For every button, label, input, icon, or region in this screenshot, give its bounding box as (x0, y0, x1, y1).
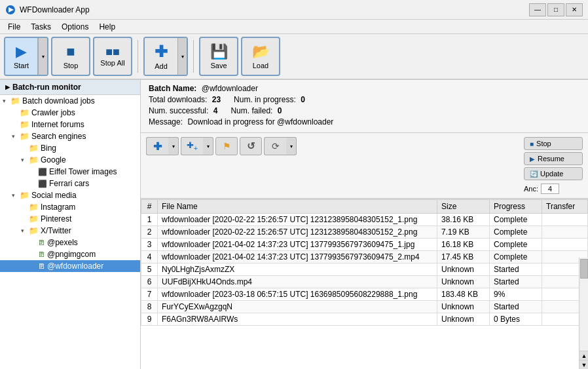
rotate-button[interactable]: ⟳ (264, 137, 286, 155)
update-ctrl-label: Update (540, 170, 563, 178)
add-url-icon: ✚ (153, 140, 162, 153)
load-label: Load (253, 62, 268, 69)
start-button-group: ▶ Start ▾ (4, 37, 48, 76)
cell-num: 2 (141, 226, 158, 239)
sidebar-label-pngimgcom: @pngimgcom (47, 250, 96, 259)
stop-all-button[interactable]: ■■ Stop All (93, 37, 132, 76)
menu-help[interactable]: Help (94, 21, 120, 33)
cell-progress: Started (490, 276, 542, 288)
table-row[interactable]: 4wfdownloader [2021-04-02 14:37:23 UTC] … (141, 251, 588, 263)
scrollbar-thumb[interactable] (580, 259, 588, 279)
sidebar-item-batch-jobs[interactable]: ▾📁Batch download jobs (0, 95, 140, 107)
flag-icon: ⚑ (223, 141, 231, 151)
scrollbar-up[interactable]: ▲ (579, 351, 588, 360)
table-row[interactable]: 2wfdownloader [2020-02-22 15:26:57 UTC] … (141, 226, 588, 239)
table-row[interactable]: 3wfdownloader [2021-04-02 14:37:23 UTC] … (141, 239, 588, 251)
sidebar-item-pngimgcom[interactable]: 🖹@pngimgcom (0, 248, 140, 260)
refresh-button[interactable]: ↺ (240, 137, 262, 155)
table-row[interactable]: 6UUFdBijXHkU4Onds.mp4UnknownStarted (141, 276, 588, 288)
flag-button[interactable]: ⚑ (215, 137, 238, 155)
sidebar-label-google: Google (41, 155, 66, 165)
cell-filename: UUFdBijXHkU4Onds.mp4 (158, 276, 437, 288)
col-header-transfer[interactable]: Transfer (542, 200, 588, 214)
sidebar-item-pinterest[interactable]: 📁Pinterest (0, 213, 140, 225)
sidebar-item-google[interactable]: ▾📁Google (0, 154, 140, 166)
maximize-button[interactable]: □ (547, 3, 564, 16)
folder-icon-eiffel-tower: ⬛ (38, 168, 47, 176)
menu-options[interactable]: Options (56, 21, 94, 33)
close-button[interactable]: ✕ (566, 3, 583, 16)
sidebar-label-x-twitter: X/Twitter (41, 226, 71, 235)
stop-icon: ■ (66, 43, 75, 60)
folder-icon-bing: 📁 (29, 144, 39, 153)
sidebar-item-x-twitter[interactable]: ▾📁X/Twitter (0, 225, 140, 237)
anc-input[interactable] (541, 184, 559, 194)
minimize-button[interactable]: — (529, 3, 546, 16)
sidebar-item-instagram[interactable]: 📁Instagram (0, 201, 140, 213)
scrollbar-track[interactable]: ▲ ▼ (579, 258, 588, 369)
save-button[interactable]: 💾 Save (199, 37, 238, 76)
load-button[interactable]: 📂 Load (241, 37, 280, 76)
start-label: Start (14, 62, 29, 69)
start-dropdown[interactable]: ▾ (38, 38, 47, 75)
rotate-dropdown[interactable]: ▾ (286, 137, 297, 155)
col-header-progress[interactable]: Progress (490, 200, 542, 214)
add-button[interactable]: ✚ Add (145, 38, 177, 75)
resume-ctrl-button[interactable]: ▶ Resume (524, 152, 583, 165)
sidebar-item-internet-forums[interactable]: 📁Internet forums (0, 119, 140, 130)
table-row[interactable]: 7wfdownloader [2023-03-18 06:57:15 UTC] … (141, 288, 588, 301)
sidebar-item-wfdownloader[interactable]: 🖹@wfdownloader (0, 260, 140, 272)
cell-filename: F6AGn3RW8AAIRWs (158, 313, 437, 326)
sidebar-item-crawler-jobs[interactable]: 📁Crawler jobs (0, 107, 140, 119)
table-row[interactable]: 8FurYCyEXwAgzgqNUnknownStarted (141, 301, 588, 313)
sidebar-item-pexels[interactable]: 🖹@pexels (0, 237, 140, 248)
col-header-size[interactable]: Size (437, 200, 490, 214)
col-header-num[interactable]: # (141, 200, 158, 214)
sidebar-item-eiffel-tower[interactable]: ⬛Eiffel Tower images (0, 166, 140, 178)
menu-tasks[interactable]: Tasks (26, 21, 56, 33)
cell-progress: Complete (490, 239, 542, 251)
resume-ctrl-label: Resume (538, 155, 564, 163)
sidebar-item-search-engines[interactable]: ▾📁Search engines (0, 130, 140, 142)
stop-ctrl-button[interactable]: ■ Stop (524, 137, 583, 150)
downloads-table: # File Name Size Progress Transfer 1wfdo… (141, 199, 588, 326)
cell-progress: 0 Bytes (490, 313, 542, 326)
add-dropdown[interactable]: ▾ (177, 38, 187, 75)
add-url-button[interactable]: ✚ (146, 137, 168, 155)
table-row[interactable]: 5Ny0LHghZjsAxmzZXUnknownStarted (141, 263, 588, 276)
cell-size: 16.18 KB (437, 239, 490, 251)
folder-icon-wfdownloader: 🖹 (38, 262, 45, 270)
table-row[interactable]: 9F6AGn3RW8AAIRWsUnknown0 Bytes (141, 313, 588, 326)
add-url-dropdown[interactable]: ▾ (168, 137, 179, 155)
scrollbar-down[interactable]: ▼ (579, 360, 588, 369)
cell-progress: Complete (490, 226, 542, 239)
sidebar-expand-icon: ▶ (5, 84, 10, 90)
cell-num: 6 (141, 276, 158, 288)
add-icon: ✚ (155, 43, 168, 61)
folder-icon-pngimgcom: 🖹 (38, 250, 45, 258)
cell-num: 9 (141, 313, 158, 326)
folder-icon-internet-forums: 📁 (20, 120, 29, 129)
sidebar-item-bing[interactable]: 📁Bing (0, 142, 140, 154)
add-batch-dropdown[interactable]: ▾ (203, 137, 213, 155)
sidebar-item-social-media[interactable]: ▾📁Social media (0, 189, 140, 201)
cell-filename: Ny0LHghZjsAxmzZX (158, 263, 437, 276)
start-button[interactable]: ▶ Start (5, 38, 38, 75)
table-row[interactable]: 1wfdownloader [2020-02-22 15:26:57 UTC] … (141, 214, 588, 226)
update-ctrl-button[interactable]: 🔄 Update (524, 167, 583, 180)
load-icon: 📂 (252, 43, 270, 60)
sidebar-label-crawler-jobs: Crawler jobs (31, 108, 75, 117)
sidebar-label-social-media: Social media (31, 191, 77, 200)
col-header-name[interactable]: File Name (158, 200, 437, 214)
cell-filename: wfdownloader [2020-02-22 15:26:57 UTC] 1… (158, 226, 437, 239)
add-batch-button[interactable]: ✚+ (181, 137, 203, 155)
menu-file[interactable]: File (3, 21, 26, 33)
sidebar-item-ferrari-cars[interactable]: ⬛Ferrari cars (0, 178, 140, 189)
expand-arrow-x-twitter: ▾ (21, 227, 29, 234)
sidebar-header[interactable]: ▶ Batch-run monitor (0, 80, 140, 95)
toolbar-sep-2 (193, 40, 194, 73)
start-icon: ▶ (16, 43, 27, 60)
stop-all-label: Stop All (100, 59, 124, 67)
cell-progress: Complete (490, 251, 542, 263)
stop-button[interactable]: ■ Stop (51, 37, 90, 76)
